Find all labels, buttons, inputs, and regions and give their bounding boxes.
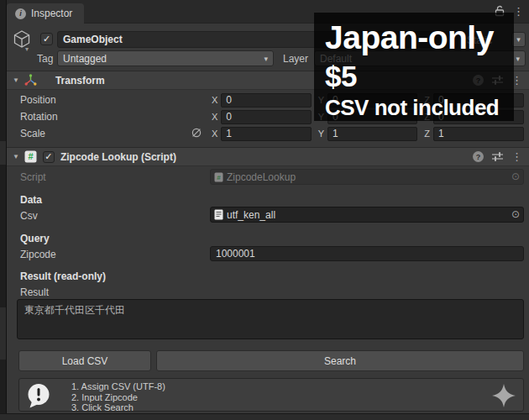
- csv-label: Csv: [20, 210, 38, 222]
- watermark-overlay: Japan-only $5 CSV not included: [314, 13, 514, 121]
- foldout-icon[interactable]: ▼: [13, 76, 19, 84]
- search-button[interactable]: Search: [156, 350, 524, 371]
- position-x-field[interactable]: 0: [221, 93, 311, 108]
- left-panel-edge: [0, 0, 7, 420]
- tab-inspector[interactable]: i Inspector: [7, 3, 84, 24]
- result-section-header: Result (read-only): [20, 270, 106, 282]
- tag-label: Tag: [37, 53, 53, 65]
- position-label: Position: [20, 94, 56, 106]
- scale-x-field[interactable]: 1: [221, 127, 311, 141]
- bottom-panel-edge: [0, 413, 529, 420]
- check-icon: ✓: [45, 151, 52, 162]
- axis-x-label: X: [212, 112, 217, 122]
- help-icon[interactable]: ?: [473, 151, 484, 162]
- left-panel-edge-segment: [0, 141, 6, 165]
- object-picker-icon[interactable]: ⊙: [511, 208, 520, 220]
- gameobject-active-checkbox[interactable]: ✓: [40, 33, 53, 45]
- svg-text:#: #: [28, 151, 33, 161]
- tab-inspector-label: Inspector: [31, 8, 72, 19]
- transform-icon: [24, 74, 37, 87]
- chevron-down-icon: ▾: [264, 55, 268, 63]
- gameobject-cube-icon[interactable]: [11, 29, 33, 50]
- script-label: Script: [20, 171, 46, 183]
- watermark-line: Japan-only: [325, 18, 514, 58]
- check-icon: ✓: [43, 34, 50, 45]
- tag-value: Untagged: [63, 53, 107, 65]
- component-enabled-checkbox[interactable]: ✓: [43, 151, 55, 163]
- zipcode-input[interactable]: [210, 246, 524, 261]
- csharp-script-icon: #: [214, 172, 223, 182]
- load-csv-button[interactable]: Load CSV: [18, 350, 151, 371]
- scale-label: Scale: [20, 128, 45, 139]
- help-box: 1. Assign CSV (UTF-8) 2. Input Zipcode 3…: [18, 378, 524, 412]
- zipcode-label: Zipcode: [20, 249, 56, 260]
- watermark-line: CSV not included: [325, 95, 514, 120]
- query-section-header: Query: [20, 233, 50, 244]
- csharp-script-icon: #: [24, 150, 37, 163]
- axis-z-label: Z: [424, 129, 430, 139]
- transform-title: Transform: [55, 75, 105, 87]
- object-picker-icon[interactable]: ⊙: [511, 171, 520, 182]
- chevron-down-icon: ▾: [516, 35, 521, 44]
- help-line: 1. Assign CSV (UTF-8): [71, 382, 165, 392]
- window-menu-icon[interactable]: ⋮: [513, 6, 524, 17]
- foldout-icon[interactable]: ▼: [13, 153, 19, 160]
- layer-label: Layer: [283, 53, 308, 65]
- result-label: Result: [20, 286, 49, 298]
- left-panel-edge-segment: [0, 307, 6, 360]
- scale-y-field[interactable]: 1: [327, 127, 417, 141]
- gameobject-icon-dropdown-arrow[interactable]: ▾: [25, 45, 29, 53]
- result-textarea[interactable]: 東京都千代田区千代田: [17, 299, 524, 339]
- csv-value: utf_ken_all: [227, 209, 275, 221]
- axis-y-label: Y: [318, 129, 324, 139]
- scale-vector: X 1 Y 1 Z 1: [212, 126, 524, 141]
- watermark-line: $5: [325, 58, 514, 95]
- zipcode-component-title: Zipcode Lookup (Script): [60, 151, 176, 163]
- help-line: 3. Click Search: [71, 403, 165, 413]
- tag-dropdown[interactable]: Untagged ▾: [57, 50, 274, 66]
- axis-x-label: X: [212, 95, 217, 105]
- help-line: 2. Input Zipcode: [71, 393, 165, 403]
- text-asset-icon: [214, 209, 223, 220]
- chevron-down-icon: ▾: [516, 55, 520, 63]
- scale-constrain-icon[interactable]: [191, 127, 202, 139]
- axis-x-label: X: [212, 129, 217, 139]
- info-icon: i: [15, 8, 26, 19]
- unity-inspector-window: i Inspector ⋮ ▾ ✓ GameObject Static ▾ Ta…: [0, 0, 529, 420]
- rotation-label: Rotation: [20, 111, 58, 123]
- svg-text:#: #: [217, 174, 221, 181]
- sparkle-icon: [491, 383, 516, 408]
- csv-object-field[interactable]: utf_ken_all ⊙: [210, 207, 524, 223]
- scale-z-field[interactable]: 1: [433, 127, 524, 141]
- script-object-field[interactable]: # ZipcodeLookup ⊙: [210, 169, 524, 185]
- script-value: ZipcodeLookup: [227, 171, 296, 183]
- zipcode-component-header[interactable]: ▼ # ✓ Zipcode Lookup (Script) ? ⋮: [7, 147, 529, 166]
- data-section-header: Data: [20, 194, 42, 206]
- warning-bubble-icon: [27, 383, 50, 409]
- rotation-x-field[interactable]: 0: [221, 110, 311, 124]
- component-menu-icon[interactable]: ⋮: [511, 151, 522, 162]
- presets-icon[interactable]: [491, 151, 504, 162]
